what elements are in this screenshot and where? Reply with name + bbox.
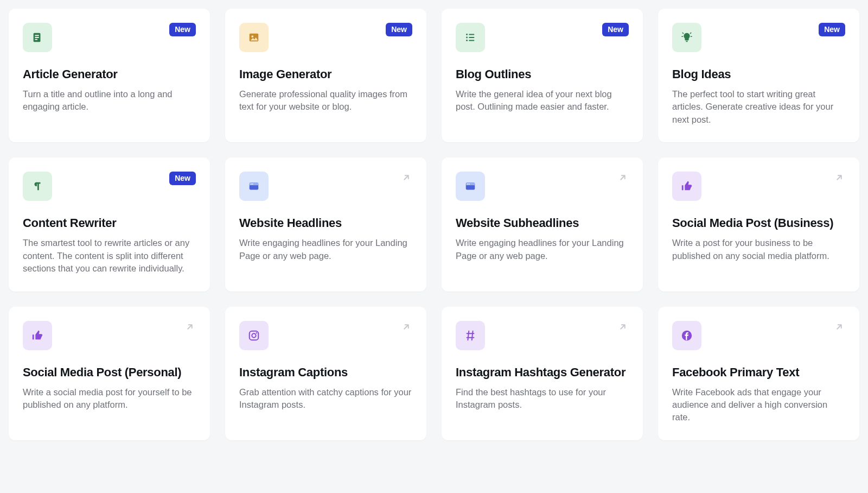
card-description: Write the general idea of your next blog… bbox=[456, 88, 629, 113]
hashtag-icon bbox=[464, 330, 476, 342]
external-link-icon bbox=[833, 172, 845, 184]
svg-rect-24 bbox=[35, 39, 37, 40]
svg-point-29 bbox=[466, 37, 468, 39]
list-icon bbox=[464, 31, 476, 43]
tool-card[interactable]: Social Media Post (Personal)Write a soci… bbox=[9, 307, 210, 440]
card-title: Blog Outlines bbox=[456, 67, 629, 81]
card-title: Image Generator bbox=[239, 67, 412, 81]
tool-card[interactable]: Instagram CaptionsGrab attention with ca… bbox=[225, 307, 426, 440]
card-head: New bbox=[23, 23, 196, 52]
card-title: Blog Ideas bbox=[672, 67, 845, 81]
tool-card[interactable]: Facebook Primary TextWrite Facebook ads … bbox=[658, 307, 859, 440]
external-link-icon bbox=[401, 322, 411, 332]
card-title: Article Generator bbox=[23, 67, 196, 81]
tool-card[interactable]: NewArticle GeneratorTurn a title and out… bbox=[9, 9, 210, 142]
card-head: New bbox=[23, 172, 196, 201]
svg-point-43 bbox=[252, 333, 256, 337]
image-icon-box bbox=[239, 23, 269, 52]
new-badge: New bbox=[819, 23, 845, 36]
thumbsup-icon bbox=[31, 330, 43, 342]
browser-icon bbox=[248, 180, 260, 192]
paragraph-icon bbox=[31, 180, 43, 192]
external-link-icon bbox=[185, 322, 195, 332]
facebook-icon bbox=[681, 330, 693, 342]
card-description: Write engaging headlines for your Landin… bbox=[239, 237, 412, 262]
browser-icon-box bbox=[456, 172, 485, 201]
thumbsup-icon bbox=[681, 180, 693, 192]
external-link-icon bbox=[618, 322, 628, 332]
external-link-icon bbox=[400, 172, 412, 184]
svg-rect-33 bbox=[686, 41, 688, 42]
tool-card[interactable]: NewBlog IdeasThe perfect tool to start w… bbox=[658, 9, 859, 142]
image-icon bbox=[248, 31, 260, 43]
new-badge: New bbox=[602, 23, 629, 36]
new-badge: New bbox=[386, 23, 412, 36]
card-description: Turn a title and outline into a long and… bbox=[23, 88, 196, 113]
card-head bbox=[23, 321, 196, 350]
tool-card[interactable]: Instagram Hashtags GeneratorFind the bes… bbox=[442, 307, 643, 440]
svg-point-27 bbox=[466, 34, 468, 35]
tool-card[interactable]: Website SubheadlinesWrite engaging headl… bbox=[442, 157, 643, 291]
svg-rect-28 bbox=[469, 34, 474, 35]
card-title: Instagram Hashtags Generator bbox=[456, 365, 629, 380]
svg-point-26 bbox=[251, 35, 253, 37]
lightbulb-icon-box bbox=[672, 23, 701, 52]
tool-card[interactable]: NewBlog OutlinesWrite the general idea o… bbox=[442, 9, 643, 142]
card-description: Write a post for your business to be pub… bbox=[672, 237, 845, 262]
hashtag-icon-box bbox=[456, 321, 485, 350]
card-head bbox=[672, 321, 845, 350]
external-link-icon bbox=[833, 321, 845, 333]
card-head bbox=[456, 321, 629, 350]
external-link-icon bbox=[617, 172, 629, 184]
browser-icon bbox=[464, 180, 476, 192]
svg-point-40 bbox=[467, 184, 468, 185]
card-head bbox=[239, 172, 412, 201]
tool-card[interactable]: Website HeadlinesWrite engaging headline… bbox=[225, 157, 426, 291]
card-title: Website Headlines bbox=[239, 216, 412, 230]
card-head bbox=[239, 321, 412, 350]
svg-point-36 bbox=[251, 184, 252, 185]
external-link-icon bbox=[400, 321, 412, 333]
instagram-icon bbox=[248, 330, 260, 342]
new-badge: New bbox=[169, 23, 196, 36]
tool-card[interactable]: Social Media Post (Business)Write a post… bbox=[658, 157, 859, 291]
card-title: Facebook Primary Text bbox=[672, 365, 845, 380]
svg-point-31 bbox=[466, 40, 468, 41]
external-link-icon bbox=[184, 321, 196, 333]
card-description: Write Facebook ads that engage your audi… bbox=[672, 386, 845, 424]
external-link-icon bbox=[617, 321, 629, 333]
card-head: New bbox=[456, 23, 629, 52]
card-head bbox=[456, 172, 629, 201]
svg-point-41 bbox=[469, 184, 470, 185]
new-badge: New bbox=[169, 172, 196, 185]
tool-card[interactable]: NewContent RewriterThe smartest tool to … bbox=[9, 157, 210, 291]
instagram-icon-box bbox=[239, 321, 269, 350]
card-head: New bbox=[239, 23, 412, 52]
document-icon-box bbox=[23, 23, 52, 52]
card-head bbox=[672, 172, 845, 201]
svg-point-44 bbox=[256, 332, 257, 333]
thumbsup-icon-box bbox=[23, 321, 52, 350]
card-title: Content Rewriter bbox=[23, 216, 196, 230]
card-head: New bbox=[672, 23, 845, 52]
card-description: The perfect tool to start writing great … bbox=[672, 88, 845, 126]
external-link-icon bbox=[618, 173, 628, 182]
svg-point-37 bbox=[252, 184, 253, 185]
svg-rect-30 bbox=[469, 37, 474, 38]
list-icon-box bbox=[456, 23, 485, 52]
tool-card[interactable]: NewImage GeneratorGenerate professional … bbox=[225, 9, 426, 142]
svg-rect-42 bbox=[250, 331, 259, 340]
lightbulb-icon bbox=[681, 31, 693, 43]
thumbsup-icon-box bbox=[672, 172, 701, 201]
external-link-icon bbox=[401, 173, 411, 182]
svg-rect-22 bbox=[35, 35, 39, 36]
svg-rect-32 bbox=[469, 40, 474, 41]
card-title: Instagram Captions bbox=[239, 365, 412, 380]
svg-rect-23 bbox=[35, 37, 39, 38]
card-description: Generate professional quality images fro… bbox=[239, 88, 412, 113]
card-description: Write engaging headlines for your Landin… bbox=[456, 237, 629, 262]
card-title: Social Media Post (Business) bbox=[672, 216, 845, 230]
paragraph-icon-box bbox=[23, 172, 52, 201]
browser-icon-box bbox=[239, 172, 269, 201]
external-link-icon bbox=[834, 173, 844, 182]
